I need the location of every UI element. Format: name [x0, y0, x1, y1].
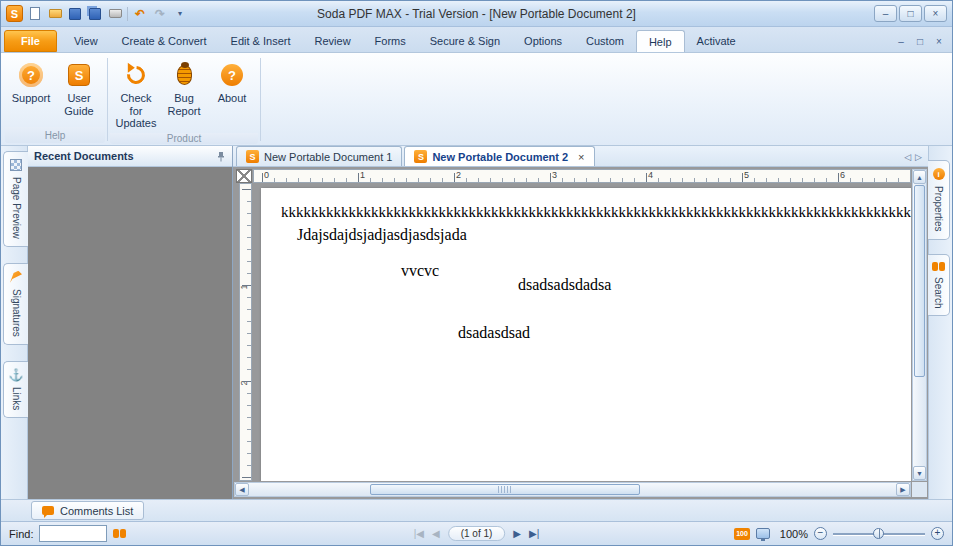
tab-scroll-left-icon[interactable]: ◁	[904, 152, 911, 162]
qat-dropdown-icon[interactable]: ▾	[172, 6, 188, 22]
ruler-mark: 1	[360, 170, 365, 180]
zoom-preset-icon[interactable]: 100	[734, 528, 750, 540]
ribbon-group-product: Check for Updates Bug Report ? About Pro…	[108, 55, 260, 145]
sidebar-item-search[interactable]: Search	[928, 254, 950, 317]
user-guide-button[interactable]: S User Guide	[55, 58, 103, 120]
zoom-slider[interactable]	[833, 527, 925, 540]
redo-icon[interactable]: ↷	[152, 6, 168, 22]
about-button[interactable]: ? About	[208, 58, 256, 108]
zoom-out-icon[interactable]: −	[814, 527, 827, 540]
sidebar-item-links[interactable]: ⚓ Links	[3, 361, 28, 418]
bug-report-button[interactable]: Bug Report	[160, 58, 208, 120]
group-label-product: Product	[110, 133, 258, 144]
tab-edit-insert[interactable]: Edit & Insert	[219, 30, 303, 52]
find-options-icon[interactable]	[113, 529, 119, 538]
bug-report-icon	[177, 65, 192, 85]
tab-close-icon[interactable]: ×	[578, 151, 584, 163]
support-button[interactable]: ? Support	[7, 58, 55, 108]
text-line[interactable]: Jdajsdajdsjadjasdjasdsjada	[297, 226, 467, 244]
save-all-icon[interactable]	[87, 6, 103, 22]
doc-minimize-icon[interactable]: –	[894, 35, 908, 48]
tab-review[interactable]: Review	[303, 30, 363, 52]
horizontal-scroll-thumb[interactable]	[370, 484, 640, 495]
doc-close-icon[interactable]: ×	[932, 35, 946, 48]
comments-list-tab[interactable]: Comments List	[31, 501, 144, 520]
scroll-right-icon[interactable]: ▶	[896, 483, 910, 496]
restore-button[interactable]: □	[899, 5, 922, 22]
minimize-button[interactable]: –	[874, 5, 897, 22]
text-line[interactable]: dsadasdsad	[458, 324, 530, 342]
app-window: Soda PDF MAX - Trial Version - [New Port…	[0, 0, 953, 546]
text-line[interactable]: vvcvc	[401, 262, 439, 280]
left-sidebar: Page Preview Signatures ⚓ Links	[1, 146, 28, 499]
ruler-mark: 2	[239, 380, 249, 385]
toolbar-separator	[127, 7, 128, 21]
document-region: S New Portable Document 1 S New Portable…	[233, 146, 928, 499]
doc-tab-2[interactable]: S New Portable Document 2 ×	[404, 146, 594, 166]
ruler-mark: 1	[239, 284, 249, 289]
zoom-in-icon[interactable]: +	[931, 527, 944, 540]
app-icon[interactable]: S	[6, 5, 23, 22]
pdf-page[interactable]: kkkkkkkkkkkkkkkkkkkkkkkkkkkkkkkkkkkkkkkk…	[261, 188, 911, 481]
undo-icon[interactable]: ↶	[132, 6, 148, 22]
zoom-controls: 100 100% − +	[734, 527, 944, 540]
scroll-up-icon[interactable]: ▲	[913, 170, 926, 184]
document-viewport: 0 1 2 3 4 5 6 1 2 kkkkkkkkkkkkkkkkkkkkkk…	[233, 167, 928, 499]
close-button[interactable]: ×	[924, 5, 947, 22]
user-guide-icon: S	[68, 64, 90, 86]
horizontal-ruler: 0 1 2 3 4 5 6	[253, 169, 911, 183]
text-line[interactable]: dsadsadsdadsa	[518, 276, 611, 294]
tab-scroll-right-icon[interactable]: ▷	[915, 152, 922, 162]
sidebar-item-page-preview[interactable]: Page Preview	[3, 151, 28, 247]
ruler-mark: 3	[552, 170, 557, 180]
soda-doc-icon: S	[414, 150, 427, 163]
status-bar: Find: |◀ ◀ (1 of 1) ▶ ▶| 100 100% − +	[1, 521, 952, 545]
document-tab-bar: S New Portable Document 1 S New Portable…	[233, 146, 928, 167]
fit-screen-icon[interactable]	[756, 528, 770, 539]
doc-tab-nav: ◁ ▷	[904, 152, 925, 166]
properties-icon: i	[933, 168, 945, 180]
open-folder-icon[interactable]	[47, 6, 63, 22]
horizontal-scrollbar[interactable]: ◀ ▶	[234, 482, 911, 497]
doc-restore-icon[interactable]: □	[913, 35, 927, 48]
print-icon[interactable]	[107, 6, 123, 22]
tab-file[interactable]: File	[4, 30, 57, 52]
previous-page-icon[interactable]: ◀	[432, 528, 440, 539]
zoom-slider-thumb[interactable]	[873, 528, 884, 539]
first-page-icon[interactable]: |◀	[414, 528, 424, 539]
tab-create-convert[interactable]: Create & Convert	[110, 30, 219, 52]
doc-tab-1[interactable]: S New Portable Document 1	[236, 146, 402, 166]
tab-secure-sign[interactable]: Secure & Sign	[418, 30, 512, 52]
ruler-mark: 0	[264, 170, 269, 180]
recent-documents-panel: Recent Documents	[28, 146, 233, 499]
pin-icon[interactable]	[216, 151, 226, 162]
next-page-icon[interactable]: ▶	[513, 528, 521, 539]
scroll-left-icon[interactable]: ◀	[235, 483, 249, 496]
check-updates-button[interactable]: Check for Updates	[112, 58, 160, 133]
tab-options[interactable]: Options	[512, 30, 574, 52]
tab-forms[interactable]: Forms	[363, 30, 418, 52]
tab-custom[interactable]: Custom	[574, 30, 636, 52]
main-area: Page Preview Signatures ⚓ Links Recent D…	[1, 146, 952, 499]
find-input[interactable]	[39, 525, 107, 542]
vertical-scroll-thumb[interactable]	[914, 185, 925, 377]
ribbon-group-help: ? Support S User Guide Help	[3, 55, 107, 145]
document-canvas[interactable]: kkkkkkkkkkkkkkkkkkkkkkkkkkkkkkkkkkkkkkkk…	[253, 183, 911, 481]
tab-view[interactable]: View	[62, 30, 110, 52]
vertical-ruler: 1 2	[239, 183, 252, 481]
tab-activate[interactable]: Activate	[685, 30, 748, 52]
last-page-icon[interactable]: ▶|	[529, 528, 539, 539]
scroll-down-icon[interactable]: ▼	[913, 466, 926, 480]
ribbon: ? Support S User Guide Help Check for Up…	[1, 53, 952, 146]
panel-title: Recent Documents	[34, 150, 134, 162]
find-label: Find:	[9, 528, 33, 540]
sidebar-item-properties[interactable]: i Properties	[928, 160, 950, 240]
save-icon[interactable]	[67, 6, 83, 22]
sidebar-item-signatures[interactable]: Signatures	[3, 263, 28, 345]
recent-documents-list[interactable]	[28, 167, 232, 499]
new-document-icon[interactable]	[27, 6, 43, 22]
vertical-scrollbar[interactable]: ▲ ▼	[912, 169, 927, 481]
text-line[interactable]: kkkkkkkkkkkkkkkkkkkkkkkkkkkkkkkkkkkkkkkk…	[281, 204, 911, 221]
tab-help[interactable]: Help	[636, 30, 685, 52]
right-sidebar: i Properties Search	[928, 146, 952, 499]
